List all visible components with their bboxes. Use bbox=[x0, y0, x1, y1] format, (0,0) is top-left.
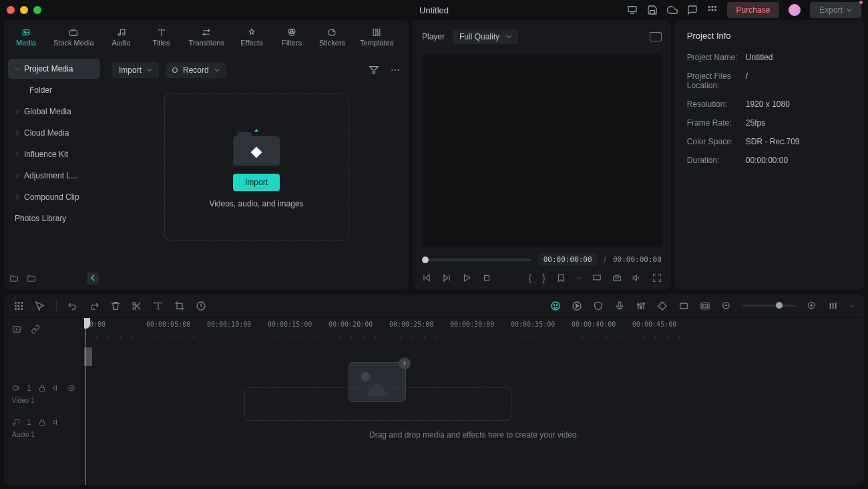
marker-icon[interactable] bbox=[556, 273, 566, 283]
prev-frame-icon[interactable] bbox=[422, 273, 431, 283]
delete-icon[interactable] bbox=[110, 301, 121, 311]
text-icon[interactable] bbox=[153, 301, 164, 311]
stop-icon[interactable] bbox=[482, 273, 491, 283]
close-window-icon[interactable] bbox=[7, 6, 15, 14]
svg-point-19 bbox=[391, 69, 393, 71]
sidebar-item-cloud-media[interactable]: Cloud Media bbox=[8, 123, 100, 143]
display-icon[interactable] bbox=[627, 5, 638, 15]
crop-icon[interactable] bbox=[174, 301, 185, 311]
quality-select[interactable]: Full Quality bbox=[453, 29, 518, 44]
speed-icon[interactable] bbox=[196, 301, 206, 311]
chevron-down-icon bbox=[15, 66, 20, 71]
fullscreen-icon[interactable] bbox=[652, 273, 662, 283]
add-track-icon[interactable] bbox=[12, 325, 21, 334]
svg-rect-7 bbox=[714, 9, 716, 11]
mixer-icon[interactable] bbox=[636, 301, 646, 311]
chevron-down-icon[interactable] bbox=[849, 303, 855, 309]
step-forward-icon[interactable] bbox=[442, 273, 451, 283]
new-folder-icon[interactable] bbox=[9, 274, 19, 283]
tab-media[interactable]: Media bbox=[7, 25, 45, 49]
cloud-icon[interactable] bbox=[667, 5, 678, 15]
playhead[interactable] bbox=[85, 318, 86, 485]
ruler-tick: 00:00:15:00 bbox=[268, 321, 312, 328]
mark-in-icon[interactable]: { bbox=[528, 273, 531, 283]
info-name-value: Untitled bbox=[746, 53, 773, 62]
audio-track-header[interactable]: 1 Audio 1 bbox=[4, 412, 83, 441]
snapshot-icon[interactable] bbox=[650, 32, 662, 41]
marker-add-icon[interactable] bbox=[678, 301, 689, 311]
smiley-icon[interactable] bbox=[550, 301, 561, 311]
import-button[interactable]: Import bbox=[233, 174, 280, 191]
render-icon[interactable] bbox=[572, 301, 582, 311]
apps-grid-icon[interactable] bbox=[707, 5, 718, 15]
pointer-icon[interactable] bbox=[35, 301, 45, 311]
sidebar-item-photos-library[interactable]: Photos Library bbox=[8, 208, 100, 228]
svg-rect-62 bbox=[830, 303, 831, 309]
tab-stickers[interactable]: Stickers bbox=[312, 25, 352, 49]
maximize-window-icon[interactable] bbox=[33, 6, 41, 14]
preview-area[interactable] bbox=[422, 53, 662, 247]
record-dropdown[interactable]: Record bbox=[166, 62, 226, 78]
keyframe-icon[interactable] bbox=[657, 301, 668, 311]
tab-filters[interactable]: Filters bbox=[272, 25, 311, 49]
camera-icon[interactable] bbox=[612, 273, 622, 283]
chevron-right-icon bbox=[15, 152, 20, 157]
minimize-window-icon[interactable] bbox=[20, 6, 28, 14]
timeline-drop-area[interactable] bbox=[244, 387, 511, 421]
sidebar-item-adjustment-layer[interactable]: Adjustment L... bbox=[8, 166, 100, 186]
tab-titles[interactable]: Titles bbox=[142, 25, 181, 49]
visibility-icon[interactable] bbox=[67, 384, 75, 392]
source-tabs: Media Stock Media Audio Titles Transitio… bbox=[4, 20, 409, 55]
sidebar-item-folder[interactable]: Folder bbox=[8, 80, 100, 100]
tab-transitions[interactable]: Transitions bbox=[182, 25, 231, 49]
lock-icon[interactable] bbox=[38, 418, 46, 426]
import-dropdown[interactable]: Import bbox=[112, 62, 159, 78]
play-icon[interactable] bbox=[462, 273, 471, 283]
zoom-in-icon[interactable] bbox=[807, 301, 817, 311]
sidebar-item-project-media[interactable]: Project Media bbox=[8, 59, 100, 79]
timeline-tracks[interactable]: 00:0000:00:05:0000:00:10:0000:00:15:0000… bbox=[84, 318, 864, 485]
sidebar-item-influence-kit[interactable]: Influence Kit bbox=[8, 144, 100, 164]
more-icon[interactable] bbox=[390, 65, 401, 75]
info-location-value: / bbox=[746, 71, 748, 90]
tab-stock-media[interactable]: Stock Media bbox=[47, 25, 101, 49]
tab-effects[interactable]: Effects bbox=[232, 25, 271, 49]
undo-icon[interactable] bbox=[67, 301, 78, 311]
mark-out-icon[interactable]: } bbox=[542, 273, 546, 283]
collapse-sidebar-button[interactable] bbox=[87, 273, 99, 285]
import-dropzone[interactable]: Import Videos, audio, and images bbox=[164, 94, 349, 240]
save-icon[interactable] bbox=[647, 5, 658, 15]
avatar[interactable] bbox=[789, 4, 801, 16]
folder-icon[interactable] bbox=[27, 274, 36, 283]
link-icon[interactable] bbox=[31, 325, 40, 334]
zoom-out-icon[interactable] bbox=[721, 301, 732, 311]
redo-icon[interactable] bbox=[89, 301, 99, 311]
tab-audio[interactable]: Audio bbox=[102, 25, 141, 49]
current-timecode: 00:00:00:00 bbox=[538, 253, 598, 266]
notifications-icon[interactable] bbox=[687, 5, 698, 15]
mic-icon[interactable] bbox=[614, 301, 625, 311]
purchase-button[interactable]: Purchase bbox=[727, 2, 780, 18]
track-number: 1 bbox=[27, 418, 31, 427]
tab-templates[interactable]: Templates bbox=[353, 25, 400, 49]
chevron-down-icon[interactable] bbox=[576, 275, 582, 281]
sidebar-item-compound-clip[interactable]: Compound Clip bbox=[8, 187, 100, 207]
screen-icon[interactable] bbox=[592, 273, 602, 283]
filter-icon[interactable] bbox=[369, 65, 379, 75]
timeline-ruler[interactable]: 00:0000:00:05:0000:00:10:0000:00:15:0000… bbox=[84, 318, 864, 339]
lock-icon[interactable] bbox=[38, 384, 46, 392]
shield-icon[interactable] bbox=[593, 301, 604, 311]
track-options-icon[interactable] bbox=[828, 301, 839, 311]
sidebar-item-global-media[interactable]: Global Media bbox=[8, 102, 100, 122]
export-button[interactable]: Export bbox=[810, 2, 861, 18]
scrub-bar[interactable] bbox=[422, 259, 531, 261]
group-icon[interactable] bbox=[700, 301, 710, 311]
split-icon[interactable] bbox=[132, 301, 142, 311]
grid-icon[interactable] bbox=[13, 301, 24, 311]
zoom-slider[interactable] bbox=[742, 305, 796, 307]
mute-icon[interactable] bbox=[53, 418, 61, 426]
video-track-header[interactable]: 1 Video 1 bbox=[4, 378, 83, 407]
volume-icon[interactable] bbox=[632, 273, 642, 283]
mute-icon[interactable] bbox=[53, 384, 61, 392]
sidebar-label: Photos Library bbox=[15, 214, 66, 223]
